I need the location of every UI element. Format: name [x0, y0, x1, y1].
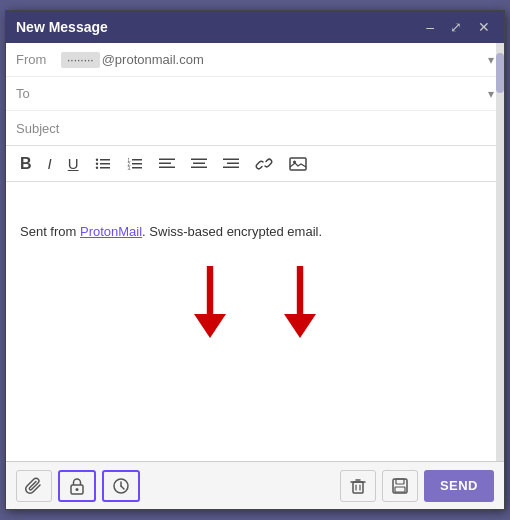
lock-icon — [68, 477, 86, 495]
compose-area[interactable]: Sent from ProtonMail. Swiss-based encryp… — [6, 182, 504, 461]
body-text-after: . Swiss-based encrypted email. — [142, 224, 322, 239]
modal-title: New Message — [16, 19, 108, 35]
subject-input[interactable] — [61, 121, 494, 136]
subject-label: Subject — [16, 121, 61, 136]
svg-rect-20 — [223, 166, 239, 168]
from-chevron-icon: ▾ — [488, 53, 494, 67]
svg-rect-21 — [290, 158, 306, 170]
align-left-button[interactable] — [153, 154, 181, 174]
svg-rect-7 — [132, 163, 142, 165]
svg-rect-17 — [191, 166, 207, 168]
body-text-before: Sent from — [20, 224, 80, 239]
title-bar: New Message – ⤢ ✕ — [6, 11, 504, 43]
underline-button[interactable]: U — [62, 152, 85, 175]
bold-button[interactable]: B — [14, 152, 38, 176]
svg-point-4 — [95, 162, 97, 164]
svg-rect-15 — [191, 158, 207, 160]
bottom-bar: SEND — [6, 461, 504, 509]
svg-rect-1 — [100, 163, 110, 165]
clock-icon — [112, 477, 130, 495]
to-input[interactable] — [61, 86, 482, 101]
trash-icon — [349, 477, 367, 495]
image-button[interactable] — [283, 154, 313, 174]
link-button[interactable] — [249, 154, 279, 174]
formatting-toolbar: B I U 1. 2. 3. — [6, 146, 504, 182]
align-center-button[interactable] — [185, 154, 213, 174]
svg-rect-33 — [353, 482, 363, 493]
svg-marker-25 — [194, 314, 226, 338]
svg-rect-40 — [395, 487, 405, 492]
header-fields: From ········ @protonmail.com ▾ To ▾ Sub… — [6, 43, 504, 146]
paperclip-icon — [25, 477, 43, 495]
save-button[interactable] — [382, 470, 418, 502]
save-icon — [391, 477, 409, 495]
attach-button[interactable] — [16, 470, 52, 502]
from-email: @protonmail.com — [102, 52, 482, 67]
scrollbar-thumb[interactable] — [496, 53, 504, 93]
schedule-button[interactable] — [102, 470, 140, 502]
arrow-left-icon — [185, 262, 235, 342]
svg-line-32 — [121, 486, 124, 489]
delete-button[interactable] — [340, 470, 376, 502]
compose-modal: New Message – ⤢ ✕ From ········ @protonm… — [5, 10, 505, 510]
arrows-indicator — [20, 262, 490, 342]
minimize-button[interactable]: – — [422, 18, 438, 36]
maximize-button[interactable]: ⤢ — [446, 18, 466, 36]
from-row: From ········ @protonmail.com ▾ — [6, 43, 504, 77]
svg-rect-18 — [223, 158, 239, 160]
svg-rect-6 — [132, 159, 142, 161]
window-controls: – ⤢ ✕ — [422, 18, 494, 36]
protonmail-link[interactable]: ProtonMail — [80, 224, 142, 239]
svg-rect-19 — [227, 162, 239, 164]
svg-text:3.: 3. — [127, 165, 131, 170]
svg-point-5 — [95, 166, 97, 168]
bottom-right-actions: SEND — [340, 470, 494, 502]
send-button[interactable]: SEND — [424, 470, 494, 502]
bottom-left-actions — [16, 470, 340, 502]
align-right-button[interactable] — [217, 154, 245, 174]
scrollbar-track[interactable] — [496, 43, 504, 461]
to-label: To — [16, 86, 61, 101]
subject-row[interactable]: Subject — [6, 111, 504, 145]
subject-field[interactable] — [61, 121, 494, 136]
to-row[interactable]: To ▾ — [6, 77, 504, 111]
svg-marker-27 — [284, 314, 316, 338]
svg-rect-16 — [193, 162, 205, 164]
svg-rect-2 — [100, 167, 110, 169]
from-name-badge: ········ — [61, 52, 100, 68]
svg-rect-8 — [132, 167, 142, 169]
svg-rect-14 — [159, 166, 175, 168]
ordered-list-button[interactable]: 1. 2. 3. — [121, 154, 149, 174]
to-field[interactable] — [61, 86, 482, 101]
encrypt-button[interactable] — [58, 470, 96, 502]
svg-rect-0 — [100, 159, 110, 161]
to-chevron-icon: ▾ — [488, 87, 494, 101]
close-button[interactable]: ✕ — [474, 18, 494, 36]
svg-point-3 — [95, 158, 97, 160]
compose-body: Sent from ProtonMail. Swiss-based encryp… — [20, 222, 490, 242]
from-label: From — [16, 52, 61, 67]
italic-button[interactable]: I — [42, 152, 58, 175]
unordered-list-button[interactable] — [89, 154, 117, 174]
svg-rect-13 — [159, 162, 171, 164]
svg-point-29 — [76, 488, 79, 491]
svg-rect-12 — [159, 158, 175, 160]
arrow-right-icon — [275, 262, 325, 342]
